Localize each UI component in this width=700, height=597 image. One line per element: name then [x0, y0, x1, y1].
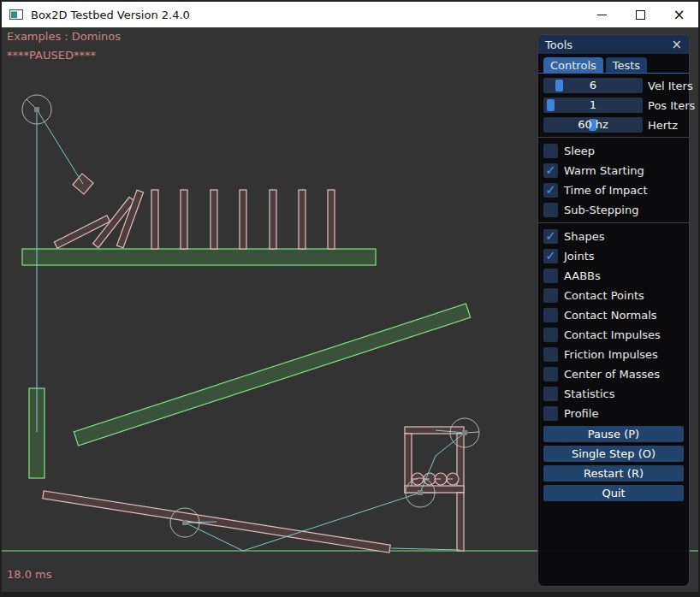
balls[interactable]	[412, 473, 459, 485]
domino[interactable]	[299, 190, 306, 249]
aabbs-row: AABBs	[543, 269, 684, 283]
statistics-row: Statistics	[543, 387, 684, 401]
distance-joint-line	[391, 548, 460, 550]
checkmark-icon: ✓	[545, 184, 556, 197]
time-of-impact-checkbox[interactable]: ✓	[543, 183, 558, 198]
friction-impulses-checkbox[interactable]	[543, 347, 558, 362]
contact-normals-checkbox[interactable]	[543, 308, 558, 322]
joints-row: ✓Joints	[543, 249, 684, 263]
checkbox-label: Time of Impact	[564, 184, 648, 197]
restart-r-button[interactable]: Restart (R)	[543, 465, 684, 482]
shapes-checkbox[interactable]: ✓	[543, 229, 558, 244]
vel-iters-slider[interactable]: 6	[543, 78, 643, 93]
contact-normals-row: Contact Normals	[543, 308, 684, 322]
tab-controls[interactable]: Controls	[543, 57, 603, 73]
checkbox-label: Profile	[564, 407, 598, 420]
slider-label: Pos Iters	[648, 99, 695, 112]
minimize-icon	[597, 15, 607, 15]
contact-impulses-checkbox[interactable]	[543, 328, 558, 342]
slider-label: Vel Iters	[648, 80, 693, 92]
sub-stepping-checkbox[interactable]	[543, 203, 558, 217]
checkbox-label: AABBs	[564, 269, 601, 282]
checkbox-label: Contact Normals	[564, 309, 657, 322]
hertz-slider[interactable]: 60 hz	[543, 117, 643, 133]
profile-checkbox[interactable]	[543, 406, 558, 421]
center-of-masses-checkbox[interactable]	[543, 367, 558, 381]
caption-buttons: ×	[583, 2, 698, 27]
checkbox-label: Joints	[564, 250, 595, 263]
checkbox-label: Contact Impulses	[564, 328, 661, 341]
center-of-masses-row: Center of Masses	[543, 367, 684, 381]
contact-points-row: Contact Points	[543, 288, 684, 303]
support-post[interactable]	[457, 493, 464, 551]
separator	[538, 137, 689, 138]
sleep-checkbox[interactable]	[543, 144, 558, 158]
checkbox-label: Center of Masses	[564, 368, 660, 381]
dominos-platform	[22, 249, 376, 265]
vel-iters-row: 6Vel Iters	[543, 78, 684, 93]
checkbox-label: Contact Points	[564, 289, 644, 302]
cart-lid[interactable]	[405, 427, 464, 434]
contact-points-checkbox[interactable]	[543, 288, 558, 303]
time-of-impact-row: ✓Time of Impact	[543, 183, 684, 198]
tools-panel-title: Tools	[545, 38, 572, 51]
separator	[538, 222, 689, 223]
domino[interactable]	[240, 190, 246, 249]
paused-status: ****PAUSED****	[7, 49, 96, 62]
domino[interactable]	[270, 190, 276, 249]
checkmark-icon: ✓	[545, 230, 556, 243]
shapes-row: ✓Shapes	[543, 229, 684, 244]
domino[interactable]	[328, 190, 335, 249]
window-titlebar[interactable]: Box2D Testbed Version 2.4.0 ×	[2, 2, 698, 27]
friction-impulses-row: Friction Impulses	[543, 347, 684, 362]
tab-tests[interactable]: Tests	[606, 57, 647, 73]
action-buttons: Pause (P)Single Step (O)Restart (R)Quit	[538, 426, 689, 501]
close-icon: ×	[673, 8, 685, 22]
domino[interactable]	[181, 190, 187, 249]
pendulum-joint-line	[37, 109, 83, 432]
checkbox-label: Sleep	[564, 145, 595, 157]
close-button[interactable]: ×	[660, 2, 698, 27]
panel-close-icon[interactable]: ×	[671, 38, 682, 51]
aabbs-checkbox[interactable]	[543, 269, 558, 283]
quit-button[interactable]: Quit	[543, 485, 684, 501]
statistics-checkbox[interactable]	[543, 387, 558, 401]
example-title: Examples : Dominos	[7, 30, 121, 43]
tab-bar: ControlsTests	[538, 54, 689, 74]
joints-checkbox[interactable]: ✓	[543, 249, 558, 263]
slider-value: 60 hz	[543, 117, 643, 133]
single-step-o-button[interactable]: Single Step (O)	[543, 446, 684, 462]
pos-iters-slider[interactable]: 1	[543, 98, 643, 113]
minimize-button[interactable]	[583, 2, 621, 27]
checkmark-icon: ✓	[545, 164, 556, 177]
slider-label: Hertz	[648, 119, 678, 132]
sleep-row: Sleep	[543, 144, 684, 158]
warm-starting-row: ✓Warm Starting	[543, 163, 684, 178]
dynamic-bodies[interactable]	[43, 174, 464, 553]
draw-checkboxes: ✓Shapes✓JointsAABBsContact PointsContact…	[538, 225, 689, 421]
checkmark-icon: ✓	[545, 250, 556, 263]
checkbox-label: Statistics	[564, 387, 614, 400]
tools-panel: Tools × ControlsTests 6Vel Iters1Pos Ite…	[537, 34, 690, 587]
domino[interactable]	[211, 190, 217, 249]
profile-row: Profile	[543, 406, 684, 421]
cart-right-wall[interactable]	[457, 434, 464, 493]
contact-impulses-row: Contact Impulses	[543, 328, 684, 342]
frame-time: 18.0 ms	[7, 568, 52, 581]
maximize-button[interactable]	[621, 2, 660, 27]
static-bodies	[22, 249, 471, 478]
pause-p-button[interactable]: Pause (P)	[543, 426, 684, 442]
domino[interactable]	[151, 190, 158, 249]
slider-group: 6Vel Iters1Pos Iters60 hzHertz	[543, 78, 684, 133]
tools-panel-titlebar[interactable]: Tools ×	[538, 35, 689, 54]
checkbox-label: Shapes	[564, 230, 604, 243]
warm-starting-checkbox[interactable]: ✓	[543, 163, 558, 178]
pos-iters-row: 1Pos Iters	[543, 98, 684, 113]
window-title: Box2D Testbed Version 2.4.0	[31, 9, 190, 21]
angled-platform	[74, 304, 470, 446]
simulation-checkboxes: Sleep✓Warm Starting✓Time of ImpactSub-St…	[538, 139, 689, 217]
hertz-row: 60 hzHertz	[543, 117, 684, 133]
app-window: Box2D Testbed Version 2.4.0 ×	[0, 0, 700, 597]
sub-stepping-row: Sub-Stepping	[543, 203, 684, 217]
checkbox-label: Warm Starting	[564, 164, 644, 177]
